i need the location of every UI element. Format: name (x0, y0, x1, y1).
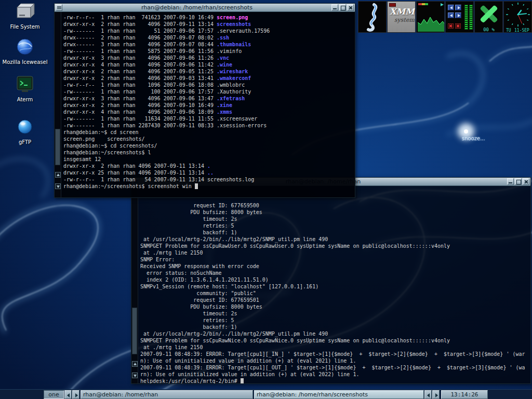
wallpaper-caption: snooze... (462, 136, 485, 141)
terminal-line: -rw------- 1 rhan rhan 2287430 2007-09-1… (63, 122, 355, 129)
terminal-line: drwxr-xr-x 2 rhan rhan 4096 2007-09-05 1… (63, 68, 355, 75)
terminal-line: retries: 5 (140, 222, 530, 229)
terminal-line: rhan@debian:~$ cd screenshots/ (63, 142, 355, 149)
dockapp-bar: XMM system (358, 1, 532, 33)
terminal-line: -rw------- 1 rhan rhan 5875 2007-09-06 1… (63, 48, 355, 55)
terminal-line: SNMP Error: (140, 256, 530, 263)
terminal-line: drwx------ 2 rhan rhan 4096 2007-09-07 0… (63, 34, 355, 41)
scroll-down-icon[interactable] (132, 373, 138, 378)
terminal-line: backoff: 1) (140, 324, 530, 330)
clock-date: 11-SEP (514, 28, 529, 33)
terminal-line: insgesamt 12 (63, 156, 355, 163)
mixer-left-icon[interactable] (448, 12, 454, 18)
analog-clock-icon: TU 11-SEP (504, 2, 532, 33)
terminal-line: rn): Use of uninitialized value in addit… (140, 371, 530, 378)
dockapp-netmonitor[interactable] (416, 1, 445, 33)
desktop-icon-aterm[interactable]: Aterm (1, 75, 49, 102)
terminal-line: rhan@debian:~/screenshots$ l (63, 149, 355, 156)
dockapp-cpu[interactable]: 00 % (474, 1, 503, 33)
mixer-right-icon[interactable] (455, 5, 461, 10)
desktop-icon-filesystem[interactable]: File System (1, 2, 49, 30)
maximize-button[interactable] (515, 178, 522, 185)
terminal-line: rhan@debian:~$ cd screen (63, 129, 355, 136)
terminal-line: SNMPGET Problem for ssCpuRawUser.0 ssCpu… (140, 243, 530, 249)
xmms-logo-subtext: system (394, 17, 415, 23)
window-titlebar[interactable]: rhan@debian: /home/rhan/screenshots (55, 4, 355, 12)
window-menu-button[interactable] (56, 4, 62, 11)
terminal-line: drwxr-xr-x 2 rhan rhan 4096 2007-09-10 1… (63, 102, 355, 109)
desktop-icon-gftp[interactable]: gFTP (1, 117, 49, 145)
taskbar-scroll-right-icon[interactable] (72, 390, 79, 399)
terminal-line: at ./mrtg line 2150 (140, 344, 530, 351)
task-button-screenshots[interactable]: rhan@debian: /home/rhan/screenshots (254, 390, 424, 399)
terminal-line: timeout: 2s (140, 310, 530, 317)
terminal-line: backoff: 1) (140, 229, 530, 236)
dockapp-xmms[interactable]: XMM system (387, 1, 416, 33)
window-title: rhan@debian: /home/rhan/screenshots (63, 4, 331, 11)
taskbar-scroll-left-icon[interactable] (64, 390, 72, 399)
taskbar-scroll-left-icon[interactable] (424, 390, 432, 399)
scrollbar-thumb[interactable] (55, 129, 60, 165)
terminal-line: drwxr-xr-x 2 rhan rhan 4096 2007-09-11 1… (63, 21, 355, 28)
vu-meter (469, 5, 473, 30)
terminal-line: Received SNMP response with error code (140, 263, 530, 270)
terminal-line: PDU bufsize: 8000 bytes (140, 303, 530, 310)
dockapp-clock[interactable]: TU 11-SEP (503, 1, 532, 33)
terminal-line: request ID: 677659500 (140, 202, 530, 209)
terminal-output[interactable]: -rw-r--r-- 1 rhan rhan 741623 2007-09-10… (61, 12, 355, 197)
terminal-line: request ID: 677659501 (140, 297, 530, 303)
dockapp-wmblob[interactable] (358, 1, 387, 33)
desktop-icon-iceweasel[interactable]: Mozilla Iceweasel (1, 37, 49, 65)
task-button-home[interactable]: rhan@debian: /home/rhan (81, 390, 253, 399)
terminal-line: -rw-r--r-- 1 rhan rhan 54 2007-09-11 13:… (63, 176, 355, 183)
terminal-line: -rw------- 1 rhan rhan 100 2007-09-06 17… (63, 88, 355, 95)
terminal-line: drwxr-xr-x 2 rhan rhan 4096 2007-09-11 1… (63, 163, 355, 169)
text-cursor (241, 378, 244, 383)
close-button[interactable] (347, 4, 354, 11)
xmms-led (389, 3, 396, 7)
minimize-button[interactable] (507, 178, 514, 185)
desktop-icon-label: File System (1, 24, 49, 30)
terminal-line: SNMPv1_Session (remote host: "localhost"… (140, 283, 530, 290)
gftp-icon (15, 117, 35, 136)
terminal-line: drwx------ 3 rhan rhan 4096 2007-09-07 0… (63, 41, 355, 48)
scroll-up-icon[interactable] (132, 361, 138, 367)
terminal-output[interactable]: request ID: 677659500 PDU bufsize: 8000 … (138, 186, 530, 383)
terminal-scrollbar[interactable] (131, 186, 138, 383)
terminal-window-mrtg[interactable]: rhan@debian: /home/rhan request ID: 6776… (131, 177, 531, 384)
terminal-line: n): Use of uninitialized value in additi… (140, 357, 530, 364)
maximize-button[interactable] (339, 4, 346, 11)
terminal-line: at /usr/local/mrtg-2/bin/../lib/mrtg2/SN… (140, 330, 530, 337)
workspace-button[interactable]: one (44, 390, 64, 399)
terminal-line: 2007-09-11 08:48:39: ERROR: Target[cpu1]… (140, 351, 530, 357)
terminal-line: timeout: 2s (140, 216, 530, 222)
scrollbar-thumb[interactable] (132, 308, 137, 354)
minimize-button[interactable] (331, 4, 338, 11)
mute-icon[interactable] (448, 23, 454, 29)
traffic-graph-icon (417, 2, 445, 33)
iceweasel-icon (15, 37, 35, 56)
terminal-line: helpdesk:/usr/local/mrtg-2/bin# (140, 378, 530, 383)
terminal-window-screenshots[interactable]: rhan@debian: /home/rhan/screenshots -rw-… (54, 3, 355, 198)
terminal-line: screen.png screenshots/ (63, 136, 355, 142)
dockapp-mixer[interactable] (445, 1, 474, 33)
scroll-down-icon[interactable] (55, 183, 61, 189)
terminal-line: drwxr-xr-x 2 rhan rhan 4096 2007-09-03 1… (63, 75, 355, 82)
mixer-left-icon[interactable] (448, 5, 454, 10)
taskbar-scroll-right-icon[interactable] (432, 390, 440, 399)
close-button[interactable] (523, 178, 529, 185)
terminal-line: drwxr-xr-x 4 rhan rhan 4096 2007-09-06 1… (63, 109, 355, 115)
terminal-line: at /usr/local/mrtg-2/bin/../lib/mrtg2/SN… (140, 236, 530, 243)
terminal-line: -rw------- 1 rhan rhan 51 2007-09-06 17:… (63, 28, 355, 34)
mixer-right-icon[interactable] (455, 12, 461, 18)
scroll-up-icon[interactable] (55, 172, 61, 178)
filesystem-icon (15, 2, 35, 21)
blob-figure-icon (358, 2, 387, 33)
cpu-percent: 00 % (483, 27, 495, 32)
terminal-scrollbar[interactable] (55, 12, 61, 197)
terminal-line: -rw-r--r-- 1 rhan rhan 1096 2007-09-06 1… (63, 82, 355, 88)
terminal-line: drwxr-xr-x 3 rhan rhan 4096 2007-09-06 1… (63, 95, 355, 102)
terminal-line: drwxr-xr-x 25 rhan rhan 4096 2007-09-11 … (63, 169, 355, 176)
mute-icon[interactable] (455, 23, 461, 29)
xmms-logo-text: XMM (390, 7, 415, 17)
